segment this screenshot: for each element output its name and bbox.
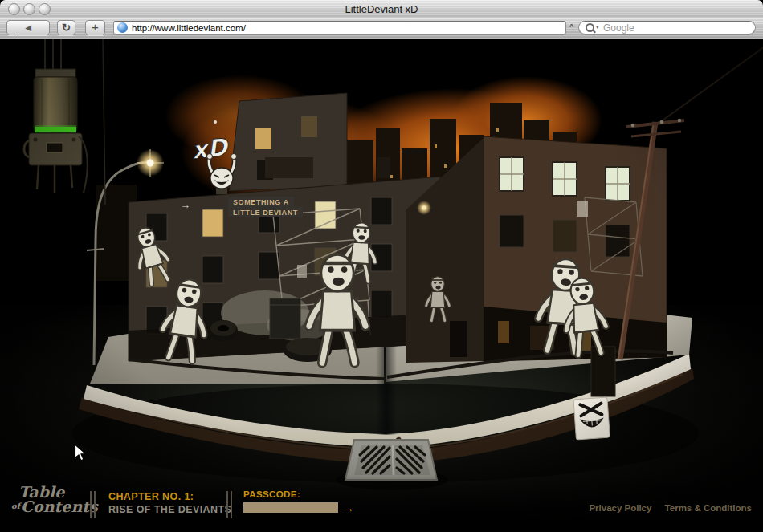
passcode-input[interactable] xyxy=(243,502,338,513)
footer-divider xyxy=(90,491,96,518)
terms-conditions-link[interactable]: Terms & Conditions xyxy=(665,503,752,513)
passcode-submit-button[interactable]: → xyxy=(338,501,359,515)
toc-word-of: of xyxy=(11,502,20,510)
history-nav: ◀▶ xyxy=(6,20,50,35)
site-globe-icon xyxy=(117,22,128,33)
chapter-label: CHAPTER NO. 1: xyxy=(108,491,231,502)
browser-window: LittleDeviant xD ◀▶ ↻ + ^ ▾ xyxy=(0,0,763,532)
search-dropdown-icon[interactable]: ▾ xyxy=(596,24,599,30)
page-content: xD xyxy=(0,39,763,532)
back-button[interactable]: ◀ xyxy=(18,21,39,35)
logo-pointer-arrow: → xyxy=(180,199,190,211)
add-bookmark-button[interactable]: + xyxy=(85,20,105,35)
chapter-name: RISE OF THE DEVIANTS xyxy=(108,504,231,515)
book-scene: xD xyxy=(0,39,763,532)
snapback-icon[interactable]: ^ xyxy=(569,22,573,30)
search-icon xyxy=(586,23,594,32)
table-of-contents-button[interactable]: Table ofContents xyxy=(11,485,98,514)
window-title: LittleDeviant xD xyxy=(0,3,763,15)
passcode-label: PASSCODE: xyxy=(243,489,338,499)
title-bar[interactable]: LittleDeviant xD xyxy=(0,0,763,18)
tagline-line-1: SOMETHING A xyxy=(228,197,294,207)
chapter-indicator: CHAPTER NO. 1: RISE OF THE DEVIANTS xyxy=(108,491,231,515)
site-tagline: SOMETHING A LITTLE DEVIANT xyxy=(228,197,303,217)
privacy-policy-link[interactable]: Privacy Policy xyxy=(589,503,651,513)
reload-button[interactable]: ↻ xyxy=(57,20,75,35)
browser-toolbar: ◀▶ ↻ + ^ ▾ xyxy=(0,18,763,39)
google-search-input[interactable] xyxy=(578,21,756,35)
toc-word-contents: Contents xyxy=(21,497,98,515)
tagline-line-2: LITTLE DEVIANT xyxy=(228,207,303,217)
address-bar[interactable] xyxy=(113,21,566,35)
mouse-cursor xyxy=(74,444,88,465)
footer-divider xyxy=(226,491,232,518)
